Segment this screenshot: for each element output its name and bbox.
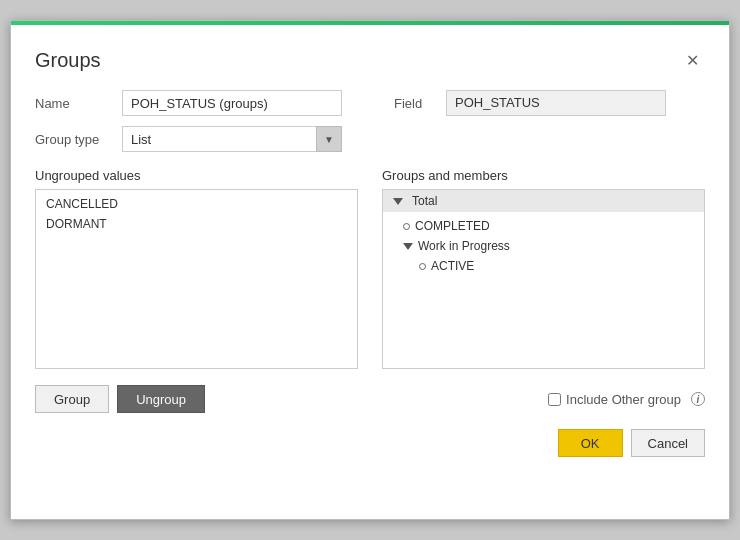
group-type-select[interactable]: List Bin [122, 126, 342, 152]
groups-tree: Total COMPLETED Work in Progress ACTIVE [382, 189, 705, 369]
right-side: Include Other group i [548, 392, 705, 407]
group-type-label: Group type [35, 132, 110, 147]
include-other-checkbox[interactable] [548, 393, 561, 406]
group-type-row: Group type List Bin ▼ [35, 126, 705, 152]
bottom-row: Group Ungroup Include Other group i [35, 385, 705, 413]
tree-item-active[interactable]: ACTIVE [383, 256, 704, 276]
tree-item-label: COMPLETED [415, 219, 490, 233]
group-button[interactable]: Group [35, 385, 109, 413]
ungrouped-list: CANCELLED DORMANT [35, 189, 358, 369]
name-label: Name [35, 96, 110, 111]
groups-panel: Groups and members Total COMPLETED Work … [382, 168, 705, 369]
panels-row: Ungrouped values CANCELLED DORMANT Group… [35, 168, 705, 369]
ungrouped-title: Ungrouped values [35, 168, 358, 183]
tree-root[interactable]: Total [383, 190, 704, 212]
title-row: Groups ✕ [35, 49, 705, 72]
list-item[interactable]: CANCELLED [36, 194, 357, 214]
tree-root-label: Total [412, 194, 437, 208]
info-icon[interactable]: i [691, 392, 705, 406]
ok-button[interactable]: OK [558, 429, 623, 457]
groups-dialog: Groups ✕ Name Field POH_STATUS Group typ… [10, 20, 730, 520]
tree-item-wip[interactable]: Work in Progress [383, 236, 704, 256]
field-label: Field [394, 96, 434, 111]
cancel-button[interactable]: Cancel [631, 429, 705, 457]
groups-title: Groups and members [382, 168, 705, 183]
name-input[interactable] [122, 90, 342, 116]
leaf-icon [403, 223, 410, 230]
list-item[interactable]: DORMANT [36, 214, 357, 234]
collapse-wip-icon [403, 243, 413, 250]
tree-item-label: ACTIVE [431, 259, 474, 273]
leaf-icon [419, 263, 426, 270]
include-other-text: Include Other group [566, 392, 681, 407]
tree-item-completed[interactable]: COMPLETED [383, 216, 704, 236]
top-accent-bar [11, 21, 729, 25]
dialog-title: Groups [35, 49, 101, 72]
footer-row: OK Cancel [35, 429, 705, 457]
close-button[interactable]: ✕ [680, 51, 705, 71]
name-row: Name Field POH_STATUS [35, 90, 705, 116]
tree-item-label: Work in Progress [418, 239, 510, 253]
group-type-wrapper: List Bin ▼ [122, 126, 342, 152]
tree-content: COMPLETED Work in Progress ACTIVE [383, 212, 704, 280]
include-other-label[interactable]: Include Other group [548, 392, 681, 407]
field-value: POH_STATUS [446, 90, 666, 116]
ungroup-button[interactable]: Ungroup [117, 385, 205, 413]
collapse-icon [393, 198, 403, 205]
ungrouped-panel: Ungrouped values CANCELLED DORMANT [35, 168, 358, 369]
left-buttons: Group Ungroup [35, 385, 205, 413]
